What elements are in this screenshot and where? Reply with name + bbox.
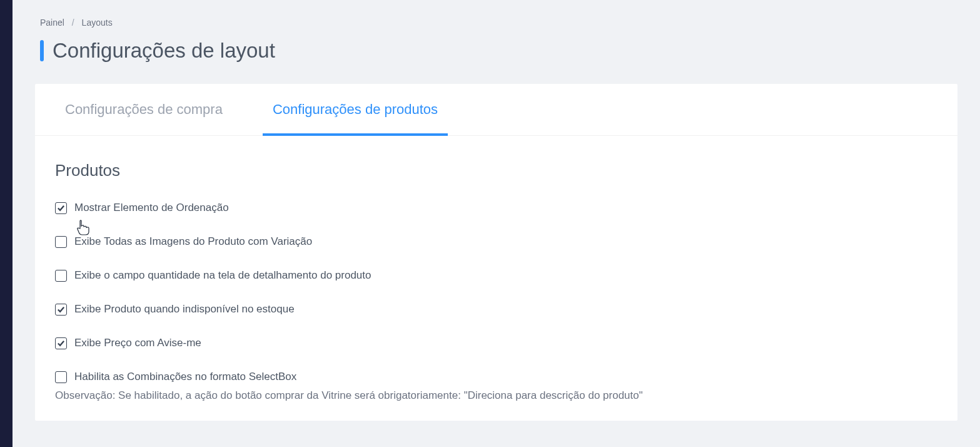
panel-body: Produtos Mostrar Elemento de Ordenação E… (35, 136, 957, 421)
checkbox-avise-me[interactable] (55, 337, 67, 349)
checkbox-label: Habilita as Combinações no formato Selec… (74, 371, 296, 383)
checkbox-label: Exibe Produto quando indisponível no est… (74, 303, 295, 316)
checkbox-indisponivel[interactable] (55, 304, 67, 316)
page-title: Configurações de layout (53, 39, 275, 63)
settings-card: Configurações de compra Configurações de… (35, 84, 957, 421)
title-accent-bar (40, 40, 44, 61)
checkbox-label: Exibe Todas as Imagens do Produto com Va… (74, 235, 312, 248)
check-icon (57, 306, 65, 314)
check-icon (57, 204, 65, 212)
observation-note: Observação: Se habilitado, a ação do bot… (55, 389, 937, 402)
tabs-container: Configurações de compra Configurações de… (35, 84, 957, 136)
checkbox-row-indisponivel: Exibe Produto quando indisponível no est… (55, 303, 937, 316)
breadcrumb-current: Layouts (82, 18, 113, 28)
checkbox-label: Mostrar Elemento de Ordenação (74, 202, 229, 214)
tab-compra[interactable]: Configurações de compra (55, 84, 233, 135)
tab-produtos[interactable]: Configurações de produtos (263, 84, 448, 135)
sidebar-nav (0, 0, 13, 447)
breadcrumb-separator: / (72, 18, 74, 28)
section-title: Produtos (55, 161, 937, 180)
checkbox-imagens-variacao[interactable] (55, 236, 67, 248)
page-title-wrap: Configurações de layout (13, 28, 980, 84)
checkbox-row-quantidade: Exibe o campo quantidade na tela de deta… (55, 269, 937, 282)
checkbox-ordenacao[interactable] (55, 202, 67, 214)
checkbox-row-imagens-variacao: Exibe Todas as Imagens do Produto com Va… (55, 235, 937, 248)
breadcrumb-root[interactable]: Painel (40, 18, 64, 28)
checkbox-row-avise-me: Exibe Preço com Avise-me (55, 337, 937, 349)
checkbox-label: Exibe Preço com Avise-me (74, 337, 201, 349)
checkbox-selectbox[interactable] (55, 371, 67, 383)
checkbox-quantidade[interactable] (55, 270, 67, 282)
breadcrumb: Painel / Layouts (13, 0, 980, 28)
main-content: Painel / Layouts Configurações de layout… (13, 0, 980, 447)
checkbox-label: Exibe o campo quantidade na tela de deta… (74, 269, 371, 282)
checkbox-row-selectbox: Habilita as Combinações no formato Selec… (55, 371, 937, 383)
checkbox-row-ordenacao: Mostrar Elemento de Ordenação (55, 202, 937, 214)
check-icon (57, 339, 65, 347)
